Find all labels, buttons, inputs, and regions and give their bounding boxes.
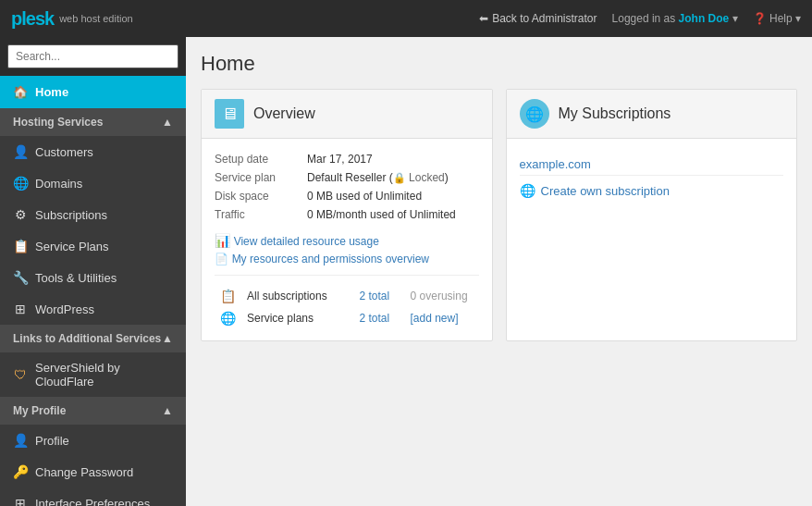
customers-icon: 👤 bbox=[13, 144, 28, 159]
overusing-count: 0 bbox=[411, 290, 417, 302]
search-input[interactable] bbox=[7, 44, 178, 68]
lock-icon: 🔒 bbox=[393, 172, 406, 183]
chart-icon: 📊 bbox=[215, 233, 230, 248]
back-to-admin-label: Back to Administrator bbox=[492, 12, 597, 25]
cards-row: 🖥 Overview Setup date Mar 17, 2017 Servi… bbox=[201, 89, 797, 341]
service-plan-label: Service plan bbox=[215, 168, 307, 187]
tools-icon: 🔧 bbox=[13, 270, 28, 285]
example-domain-link[interactable]: example.com bbox=[520, 150, 784, 176]
page-title: Home bbox=[201, 52, 797, 76]
hosting-section-label: Hosting Services bbox=[13, 116, 103, 129]
all-subscriptions-row: 📋 All subscriptions 2 total 0 overusing bbox=[215, 285, 479, 307]
view-resource-link[interactable]: View detailed resource usage bbox=[234, 235, 379, 248]
main-layout: 🏠 Home Hosting Services ▲ 👤 Customers 🌐 … bbox=[0, 37, 812, 506]
add-new-link[interactable]: [add new] bbox=[411, 312, 459, 325]
overview-title: Overview bbox=[253, 105, 315, 122]
plesk-logo: plesk bbox=[11, 8, 54, 30]
traffic-label: Traffic bbox=[215, 205, 307, 224]
additional-section-label: Links to Additional Services bbox=[13, 332, 161, 345]
sidebar-section-hosting: Hosting Services ▲ bbox=[0, 108, 186, 136]
sidebar-item-service-plans[interactable]: 📋 Service Plans bbox=[0, 230, 186, 262]
interface-prefs-label: Interface Preferences bbox=[35, 497, 150, 507]
overusing-label: overusing bbox=[420, 290, 468, 302]
customers-label: Customers bbox=[35, 145, 93, 159]
back-arrow-icon: ⬅ bbox=[479, 12, 488, 25]
sidebar-item-customers[interactable]: 👤 Customers bbox=[0, 136, 186, 167]
profile-section-label: My Profile bbox=[13, 404, 66, 417]
password-icon: 🔑 bbox=[13, 464, 28, 479]
servershield-icon: 🛡 bbox=[13, 367, 28, 382]
subscriptions-card-body: example.com 🌐 Create own subscription bbox=[507, 139, 797, 209]
overview-card-header: 🖥 Overview bbox=[202, 90, 492, 139]
service-plans-total[interactable]: 2 total bbox=[353, 307, 404, 329]
traffic-value: 0 MB/month used of Unlimited bbox=[307, 205, 479, 224]
setup-date-value: Mar 17, 2017 bbox=[307, 150, 479, 168]
help-button[interactable]: ❓ Help ▾ bbox=[753, 12, 801, 25]
additional-collapse-icon[interactable]: ▲ bbox=[162, 332, 173, 345]
sidebar-item-home[interactable]: 🏠 Home bbox=[0, 76, 186, 108]
domains-icon: 🌐 bbox=[13, 176, 28, 191]
sidebar-item-interface-prefs[interactable]: ⊞ Interface Preferences bbox=[0, 487, 186, 506]
create-subscription-link[interactable]: 🌐 Create own subscription bbox=[520, 183, 784, 198]
overview-info-table: Setup date Mar 17, 2017 Service plan Def… bbox=[215, 150, 479, 224]
wordpress-label: WordPress bbox=[35, 302, 94, 316]
sidebar-item-subscriptions[interactable]: ⚙ Subscriptions bbox=[0, 199, 186, 230]
logged-in-info: Logged in as John Doe ▾ bbox=[612, 12, 738, 25]
subscriptions-card-title: My Subscriptions bbox=[559, 105, 671, 122]
subscriptions-card: 🌐 My Subscriptions example.com 🌐 Create … bbox=[506, 89, 798, 341]
locked-label: Locked bbox=[409, 171, 445, 184]
divider bbox=[215, 275, 479, 276]
monitor-icon: 🖥 bbox=[215, 99, 244, 129]
change-password-label: Change Password bbox=[35, 465, 133, 479]
disk-space-label: Disk space bbox=[215, 187, 307, 205]
subscriptions-card-header: 🌐 My Subscriptions bbox=[507, 90, 797, 139]
domains-label: Domains bbox=[35, 177, 82, 191]
back-to-admin-link[interactable]: ⬅ Back to Administrator bbox=[479, 12, 597, 25]
service-plan-value: Default Reseller (🔒 Locked) bbox=[307, 168, 479, 187]
sidebar-section-profile: My Profile ▲ bbox=[0, 397, 186, 425]
sidebar-item-wordpress[interactable]: ⊞ WordPress bbox=[0, 293, 186, 325]
wordpress-icon: ⊞ bbox=[13, 302, 28, 316]
sidebar-item-tools[interactable]: 🔧 Tools & Utilities bbox=[0, 262, 186, 293]
subscriptions-label: Subscriptions bbox=[35, 208, 107, 222]
sidebar-item-servershield[interactable]: 🛡 ServerShield by CloudFlare bbox=[0, 352, 186, 397]
permissions-icon: 📄 bbox=[215, 253, 228, 265]
sidebar-section-additional: Links to Additional Services ▲ bbox=[0, 325, 186, 352]
interface-prefs-icon: ⊞ bbox=[13, 496, 28, 506]
disk-space-value: 0 MB used of Unlimited bbox=[307, 187, 479, 205]
topbar-right: ⬅ Back to Administrator Logged in as Joh… bbox=[479, 12, 801, 25]
setup-date-row: Setup date Mar 17, 2017 bbox=[215, 150, 479, 168]
service-plans-row-label: Service plans bbox=[241, 307, 353, 329]
hosting-collapse-icon[interactable]: ▲ bbox=[162, 116, 173, 129]
sidebar-item-profile[interactable]: 👤 Profile bbox=[0, 425, 186, 456]
permissions-link[interactable]: My resources and permissions overview bbox=[232, 253, 429, 265]
tools-label: Tools & Utilities bbox=[35, 271, 117, 285]
logo-area: plesk web host edition bbox=[11, 8, 133, 30]
all-subs-label: All subscriptions bbox=[241, 285, 353, 307]
service-plan-row: Service plan Default Reseller (🔒 Locked) bbox=[215, 168, 479, 187]
sidebar-item-domains[interactable]: 🌐 Domains bbox=[0, 167, 186, 199]
home-label: Home bbox=[35, 85, 68, 99]
disk-space-row: Disk space 0 MB used of Unlimited bbox=[215, 187, 479, 205]
profile-collapse-icon[interactable]: ▲ bbox=[162, 404, 173, 417]
sidebar-search-area bbox=[0, 37, 186, 76]
all-subs-total[interactable]: 2 total bbox=[353, 285, 404, 307]
servershield-label: ServerShield by CloudFlare bbox=[35, 361, 173, 389]
home-icon: 🏠 bbox=[13, 85, 28, 99]
service-plans-row: 🌐 Service plans 2 total [add new] bbox=[215, 307, 479, 329]
create-sub-icon: 🌐 bbox=[520, 183, 535, 198]
service-plans-row-icon: 🌐 bbox=[220, 311, 236, 326]
service-plans-icon: 📋 bbox=[13, 239, 28, 253]
profile-icon: 👤 bbox=[13, 433, 28, 448]
setup-date-label: Setup date bbox=[215, 150, 307, 168]
overview-card: 🖥 Overview Setup date Mar 17, 2017 Servi… bbox=[201, 89, 493, 341]
subscriptions-icon: ⚙ bbox=[13, 207, 28, 222]
all-subs-icon: 📋 bbox=[220, 289, 236, 303]
user-name[interactable]: John Doe bbox=[679, 12, 730, 25]
profile-label: Profile bbox=[35, 434, 69, 448]
topbar: plesk web host edition ⬅ Back to Adminis… bbox=[0, 0, 812, 37]
sidebar-item-change-password[interactable]: 🔑 Change Password bbox=[0, 456, 186, 487]
sidebar: 🏠 Home Hosting Services ▲ 👤 Customers 🌐 … bbox=[0, 37, 186, 506]
globe-icon: 🌐 bbox=[520, 99, 549, 129]
overview-card-body: Setup date Mar 17, 2017 Service plan Def… bbox=[202, 139, 492, 340]
